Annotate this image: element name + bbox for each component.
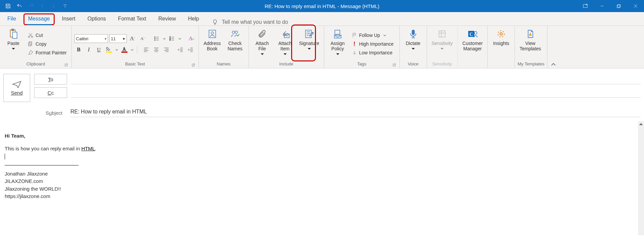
svg-point-33 [500,33,502,35]
collapse-ribbon-button[interactable] [547,26,559,68]
tab-insert[interactable]: Insert [56,12,82,26]
dictate-button[interactable]: Dictate [402,27,424,61]
body-html-link[interactable]: HTML [81,146,95,151]
low-importance-button[interactable]: Low Importance [350,49,397,57]
svg-text:3: 3 [169,39,170,41]
tab-format-text[interactable]: Format Text [112,12,152,26]
save-icon[interactable] [3,1,13,11]
arrow-down-icon [352,50,357,55]
high-importance-button[interactable]: !High Importance [350,40,397,48]
customer-manager-button[interactable]: C Customer Manager [461,27,485,61]
dialog-launcher-icon[interactable] [64,62,69,67]
paste-label: Paste [7,41,19,46]
svg-rect-27 [412,30,414,35]
dialog-launcher-icon[interactable] [392,62,397,67]
subject-input[interactable]: RE: How to reply email in HTML [70,109,641,117]
send-label-underline: S [11,90,14,96]
view-templates-label: View Templates [520,41,541,51]
svg-rect-1 [618,4,621,7]
customize-qat-icon[interactable] [60,1,70,11]
font-color-button[interactable]: A [120,46,129,54]
customer-manager-label: Customer Manager [463,41,483,51]
svg-rect-18 [121,51,127,53]
attach-file-button[interactable]: Attach File [252,27,273,61]
svg-rect-2 [617,5,620,8]
maximize-icon[interactable] [610,0,627,12]
signature-button[interactable]: Signature [297,27,321,61]
ribbon-display-options-icon[interactable] [577,0,594,12]
align-right-button[interactable] [162,46,171,54]
align-center-button[interactable] [152,46,161,54]
follow-up-button[interactable]: Follow Up [350,31,397,39]
assign-policy-icon [333,28,343,40]
align-left-button[interactable] [142,46,151,54]
tell-me-search[interactable]: Tell me what you want to do [212,19,288,26]
text-highlight-button[interactable] [105,46,113,54]
increase-indent-button[interactable] [186,46,195,54]
decrease-indent-button[interactable] [176,46,185,54]
minimize-icon[interactable] [594,0,610,12]
clear-formatting-button[interactable]: A⌀ [187,35,196,43]
compose-header: Send To Cc Subject RE: How to reply emai… [0,68,644,117]
chevron-down-icon[interactable] [130,46,134,54]
bold-button[interactable]: B [74,46,83,54]
italic-button[interactable]: I [85,46,93,54]
bullets-button[interactable] [152,35,161,43]
group-clipboard-label: Clipboard [26,61,45,66]
assign-policy-button[interactable]: Assign Policy [327,27,348,61]
signature-name: Jonathan Jilaxzone [5,170,307,178]
group-include: Attach File Attach Item Signature Includ… [249,26,324,68]
paste-button[interactable]: Paste [3,27,24,61]
signature-site: JILAXZONE.com [5,178,307,185]
body-greeting: Hi Team, [5,133,25,139]
svg-point-31 [474,32,477,34]
vertical-scrollbar[interactable] [638,121,644,235]
font-size-combo[interactable]: 11▾ [109,34,127,43]
svg-rect-28 [439,31,445,37]
scroll-up-icon[interactable] [638,121,644,127]
templates-icon [526,28,535,40]
font-name-combo[interactable]: Calibri▾ [74,34,108,43]
cc-button[interactable]: Cc [34,87,67,98]
chevron-down-icon[interactable] [115,46,119,54]
ribbon-tabs: File Message Insert Options Format Text … [0,12,644,26]
format-painter-button[interactable]: Format Painter [25,49,69,57]
flag-icon [352,33,357,38]
dialog-launcher-icon[interactable] [191,62,196,67]
insights-button[interactable]: Insights [490,27,512,61]
undo-icon[interactable] [14,1,25,11]
copy-icon [28,41,34,47]
numbering-button[interactable]: 123 [168,35,176,43]
to-input[interactable] [71,75,641,84]
copy-button[interactable]: Copy [25,40,69,48]
address-book-button[interactable]: Address Book [202,27,223,61]
cc-input[interactable] [71,88,641,98]
view-templates-button[interactable]: View Templates [518,27,543,61]
cut-button[interactable]: Cut [25,31,69,39]
chevron-down-icon[interactable] [178,35,182,43]
to-button[interactable]: To [34,74,67,85]
attach-item-button[interactable]: Attach Item [274,27,296,61]
tab-review[interactable]: Review [152,12,182,26]
check-names-button[interactable]: Check Names [224,27,246,61]
group-voice: Dictate Voice [400,26,427,68]
tab-help[interactable]: Help [182,12,205,26]
grow-font-button[interactable]: Aˆ [128,35,137,43]
underline-button[interactable]: U [95,46,103,54]
group-clipboard: Paste Cut Copy Format Painter Clipboard [0,26,72,68]
close-icon[interactable] [627,0,644,12]
shrink-font-button[interactable]: Aˇ [138,35,147,43]
address-book-icon [207,28,217,40]
send-button[interactable]: Send [3,74,30,102]
tab-message[interactable]: Message [22,12,56,26]
signature-url: https://jilaxzone.com [5,193,307,200]
message-body[interactable]: Hi Team, This is how you can reply email… [0,121,311,200]
tab-options[interactable]: Options [82,12,112,26]
group-basic-text: Calibri▾ 11▾ Aˆ Aˇ 123 A⌀ B I U A [72,26,199,68]
insights-label: Insights [493,41,509,46]
ribbon: Paste Cut Copy Format Painter Clipboard … [0,26,644,68]
body-line1-post: . [95,146,96,151]
chevron-down-icon[interactable] [162,35,166,43]
svg-text:A: A [122,47,126,52]
tab-file[interactable]: File [1,12,22,26]
